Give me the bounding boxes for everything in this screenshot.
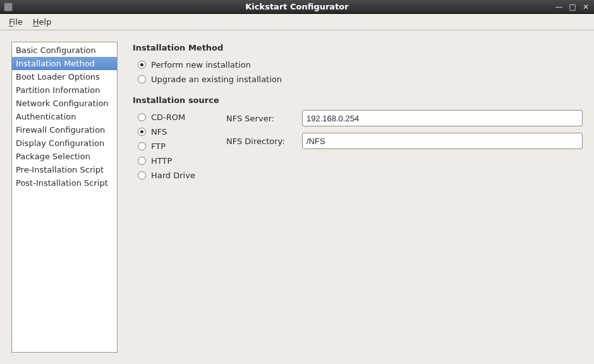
radio-row-new-install[interactable]: Perform new installation [133, 58, 583, 72]
sidebar-item-package-selection[interactable]: Package Selection [12, 150, 117, 163]
sidebar-item-firewall-configuration[interactable]: Firewall Configuration [12, 123, 117, 136]
radio-row-upgrade[interactable]: Upgrade an existing installation [133, 72, 583, 87]
sidebar-item-pre-installation-script[interactable]: Pre-Installation Script [12, 163, 117, 176]
sidebar-item-installation-method[interactable]: Installation Method [12, 57, 117, 70]
window-titlebar: Kickstart Configurator — □ ✕ [0, 0, 594, 14]
radio-row-ftp[interactable]: FTP [138, 139, 207, 154]
minimize-button[interactable]: — [555, 3, 563, 11]
close-button[interactable]: ✕ [583, 3, 589, 11]
radio-new-install[interactable] [138, 61, 146, 69]
radio-row-cdrom[interactable]: CD-ROM [138, 110, 207, 124]
nfs-server-label: NFS Server: [226, 114, 296, 123]
radio-cdrom[interactable] [138, 113, 146, 121]
radio-cdrom-label: CD-ROM [151, 112, 185, 122]
sidebar-item-partition-information[interactable]: Partition Information [12, 83, 117, 97]
menu-help[interactable]: Help [29, 16, 56, 28]
radio-upgrade[interactable] [138, 75, 146, 83]
radio-row-hdd[interactable]: Hard Drive [138, 168, 207, 183]
maximize-button[interactable]: □ [569, 3, 576, 11]
radio-row-http[interactable]: HTTP [138, 154, 207, 168]
nfs-directory-input[interactable] [302, 133, 583, 149]
radio-nfs-label: NFS [151, 127, 167, 136]
app-icon [4, 3, 13, 11]
sidebar-item-network-configuration[interactable]: Network Configuration [12, 97, 117, 110]
radio-nfs[interactable] [138, 128, 146, 136]
section-installation-source-title: Installation source [133, 95, 583, 105]
radio-upgrade-label: Upgrade an existing installation [151, 75, 282, 84]
content-area: Basic Configuration Installation Method … [0, 30, 594, 364]
sidebar-item-authentication[interactable]: Authentication [12, 110, 117, 123]
sidebar: Basic Configuration Installation Method … [11, 42, 118, 353]
sidebar-item-post-installation-script[interactable]: Post-Installation Script [12, 176, 117, 190]
section-installation-method-title: Installation Method [133, 43, 583, 52]
nfs-server-input[interactable] [302, 110, 583, 126]
main-panel: Installation Method Perform new installa… [133, 42, 583, 353]
radio-hdd-label: Hard Drive [151, 171, 195, 180]
radio-hdd[interactable] [138, 171, 146, 179]
sidebar-item-boot-loader-options[interactable]: Boot Loader Options [12, 70, 117, 83]
window-title: Kickstart Configurator [0, 2, 594, 11]
radio-ftp[interactable] [138, 142, 146, 150]
sidebar-item-display-configuration[interactable]: Display Configuration [12, 136, 117, 150]
radio-http-label: HTTP [151, 156, 172, 166]
menu-file[interactable]: File [5, 16, 27, 28]
sidebar-item-basic-configuration[interactable]: Basic Configuration [12, 44, 117, 57]
radio-row-nfs[interactable]: NFS [138, 124, 207, 139]
radio-http[interactable] [138, 157, 146, 165]
nfs-directory-label: NFS Directory: [226, 136, 296, 146]
radio-ftp-label: FTP [151, 142, 166, 151]
radio-new-install-label: Perform new installation [151, 60, 251, 70]
menu-bar: File Help [0, 14, 594, 30]
